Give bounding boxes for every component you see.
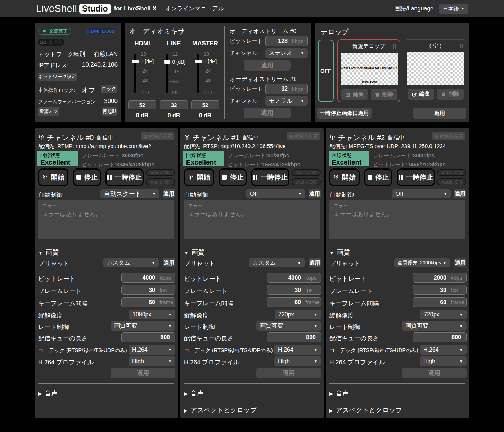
start-button[interactable]: 開始 [184,168,214,186]
audio-on-button[interactable]: Audio ON [146,178,175,185]
audio-stream-1-channel-select[interactable]: モノラル ▼ [265,96,308,106]
hdmi-volume-value[interactable]: 52 [128,100,156,109]
telop-edit-button[interactable]: 編集 [408,89,434,100]
online-manual-link[interactable]: オンラインマニュアル [165,5,224,13]
stop-button[interactable]: 停止 [73,168,101,186]
quality-apply-button[interactable]: 適用 [402,368,467,378]
audio-stream-0-channel-select[interactable]: ステレオ ▼ [265,48,308,58]
auto-control-select[interactable]: Off ▼ [392,189,451,198]
quality-section-header[interactable]: ▼画質 [329,248,350,257]
quality-apply-button[interactable]: 適用 [111,368,175,378]
video-on-button[interactable]: Video ON [292,169,321,176]
stop-button[interactable]: 停止 [364,168,392,186]
resolution-select[interactable]: 720px ▼ [420,310,467,319]
aspect-section-header[interactable]: ▶アスペクトとクロップ [329,406,402,414]
telop-delete-button[interactable]: 削除 [371,89,397,100]
pause-button[interactable]: 一時停止 [397,168,435,186]
quality-section-header[interactable]: ▼画質 [38,248,59,257]
power-off-button[interactable]: 電源オフ [38,107,59,116]
audio-section-header[interactable]: ▶音声 [329,389,349,397]
preset-select[interactable]: 画質優先, 2000kbps ▼ [394,258,450,267]
framerate-input[interactable]: 30 fps [121,285,175,295]
keyframe-input[interactable]: 60 frame [413,297,467,307]
queue-length-input[interactable]: 800 [121,332,175,342]
video-on-button[interactable]: Video ON [437,169,466,176]
rate-control-select[interactable]: 画質可変 ▼ [256,321,321,331]
chevron-down-icon: ▼ [314,348,318,352]
codec-select[interactable]: H.264 ▼ [129,345,175,355]
telop-off-button[interactable]: OFF [318,40,334,102]
quality-apply-button[interactable]: 適用 [256,368,321,378]
queue-length-input[interactable]: 800 [267,332,321,342]
preset-apply-button[interactable]: 適用 [163,258,175,267]
h264-profile-select[interactable]: High ▼ [274,356,321,366]
telop-card-active[interactable]: 新規テロップ New LiveShell Studio for LiveShel… [337,39,400,102]
auto-control-select[interactable]: 自動スタート ▼ [100,189,159,198]
reboot-button[interactable]: 再起動 [102,107,117,116]
audio-mixer-panel: オーディオミキサー HDMI 18 0 [dB] -24 -48 OFF 52 … [125,23,311,122]
audio-stream-1-apply-button[interactable]: 適用 [244,108,291,118]
pause-button[interactable]: 一時停止 [251,168,289,186]
preset-apply-button[interactable]: 適用 [309,258,321,267]
master-volume-value[interactable]: 52 [191,100,219,109]
aspect-section-header[interactable]: ▶アスペクトとクロップ [184,406,257,414]
video-on-button[interactable]: Video ON [146,169,175,176]
keyframe-input[interactable]: 60 frame [267,297,321,307]
bitrate-input[interactable]: 4000 kbps [267,273,321,283]
queue-length-input[interactable]: 800 [413,332,467,342]
start-button[interactable]: 開始 [329,168,360,186]
line-volume-value[interactable]: 32 [160,100,188,109]
h264-profile-select[interactable]: High ▼ [420,356,467,366]
resolution-select[interactable]: 1080px ▼ [129,310,175,319]
slider-handle[interactable] [195,60,202,63]
triangle-right-icon: ▶ [38,391,42,396]
telop-edit-button[interactable]: 編集 [341,89,368,100]
quality-section-header[interactable]: ▼画質 [184,248,204,257]
audio-section-header[interactable]: ▶音声 [38,389,58,397]
bitrate-input[interactable]: 2000 kbps [413,273,467,283]
mixer-channel-line: LINE 12 0 [dB] -15 -30 OFF 32 0 dB [160,23,188,122]
telop-apply-button[interactable]: 適用 [413,108,466,119]
rate-control-select[interactable]: 画質可変 ▼ [402,321,467,331]
preset-select[interactable]: カスタム ▼ [249,258,305,267]
destination-settings-button[interactable]: ⚙ 配信先設定 [432,132,465,140]
bitrate-input[interactable]: 4000 kbps [121,273,175,283]
telop-delete-button[interactable]: 削除 [437,89,464,100]
language-select[interactable]: 日本語 ▼ [439,4,468,14]
audio-on-button[interactable]: Audio ON [437,178,466,185]
audio-section-header[interactable]: ▶音声 [184,389,203,397]
network-settings-button[interactable]: ネットワーク設定 [38,73,77,81]
codec-select[interactable]: H.264 ▼ [274,345,321,355]
start-button[interactable]: 開始 [38,168,68,186]
auto-control-apply-button[interactable]: 適用 [163,189,175,198]
slider-handle[interactable] [164,60,170,64]
audio-stream-0-bitrate-input[interactable]: 128 kbps [265,36,308,46]
stop-button[interactable]: 停止 [219,168,247,186]
hdmi-volume-slider[interactable]: 18 0 [dB] -24 -48 OFF [128,54,156,94]
channels-1-dest: RTSP: rtsp://10.240.2.106:554/live [203,143,285,149]
framerate-input[interactable]: 30 fps [413,285,467,295]
preset-apply-button[interactable]: 適用 [454,258,466,267]
auto-control-select[interactable]: Off ▼ [246,189,305,198]
audio-stream-1-bitrate-input[interactable]: 32 kbps [265,84,308,94]
slider-handle[interactable] [132,60,139,63]
keyframe-input[interactable]: 60 frame [121,297,175,307]
audio-stream-0-apply-button[interactable]: 適用 [244,60,291,71]
rate-control-select[interactable]: 画質可変 ▼ [111,321,175,331]
resolution-select[interactable]: 720px ▼ [275,310,321,319]
destination-settings-button[interactable]: ⚙ 配信先設定 [287,132,320,140]
master-volume-slider[interactable]: 18 0 [dB] -24 -48 OFF [191,54,219,94]
codec-select[interactable]: H.264 ▼ [420,345,467,355]
preset-select[interactable]: カスタム ▼ [103,258,159,267]
audio-on-button[interactable]: Audio ON [292,178,321,185]
h264-profile-select[interactable]: High ▼ [129,356,175,366]
auto-control-apply-button[interactable]: 適用 [454,189,466,198]
lock-button[interactable]: ロック [101,85,117,93]
line-volume-slider[interactable]: 12 0 [dB] -15 -30 OFF [160,54,188,94]
auto-control-apply-button[interactable]: 適用 [309,189,321,198]
apply-to-pause-image-button[interactable]: 一時停止画像に適用 [317,108,372,119]
pause-button[interactable]: 一時停止 [105,168,144,186]
destination-settings-button[interactable]: ⚙ 配信先設定 [141,132,174,140]
telop-card-empty[interactable]: ( 空 ) 編集 削除 [404,39,467,102]
framerate-input[interactable]: 30 fps [267,285,321,295]
